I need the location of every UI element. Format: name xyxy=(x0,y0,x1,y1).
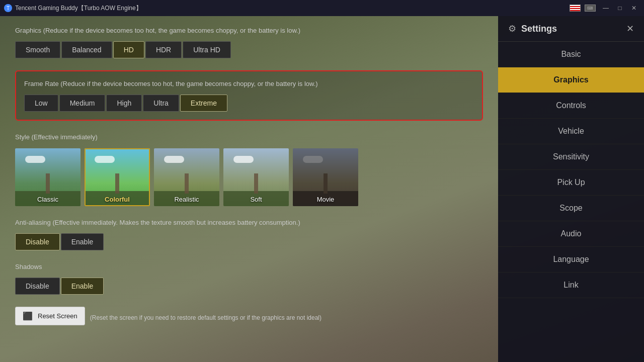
graphics-hdr-btn[interactable]: HDR xyxy=(145,41,182,58)
shadows-enable-btn[interactable]: Enable xyxy=(61,278,104,295)
tower-deco xyxy=(46,173,50,194)
framerate-high-btn[interactable]: High xyxy=(106,95,142,112)
framerate-extreme-btn[interactable]: Extreme xyxy=(180,95,227,112)
reset-icon: ⬛ xyxy=(23,311,33,321)
style-classic[interactable]: Classic xyxy=(15,148,80,206)
nav-audio[interactable]: Audio xyxy=(498,221,644,247)
style-classic-label: Classic xyxy=(15,196,80,203)
main-content: Graphics (Reduce if the device becomes t… xyxy=(0,16,498,362)
graphics-btn-group: Smooth Balanced HD HDR Ultra HD xyxy=(15,41,483,58)
settings-nav: Basic Graphics Controls Vehicle Sensitiv… xyxy=(498,42,644,362)
style-colorful-label: Colorful xyxy=(85,196,150,203)
style-movie[interactable]: Movie xyxy=(293,148,358,206)
graphics-quality-section: Graphics (Reduce if the device becomes t… xyxy=(15,26,483,58)
nav-link[interactable]: Link xyxy=(498,273,644,298)
shadows-label: Shadows xyxy=(15,262,483,272)
cloud-deco xyxy=(95,156,115,163)
antialiasing-enable-btn[interactable]: Enable xyxy=(61,233,104,250)
app-icon: T xyxy=(4,4,12,12)
cloud-deco xyxy=(164,156,184,163)
graphics-hd-btn[interactable]: HD xyxy=(113,41,144,58)
tower-deco xyxy=(115,173,119,194)
style-thumbnails: Classic Colorful Realistic xyxy=(15,148,483,206)
style-realistic[interactable]: Realistic xyxy=(154,148,219,206)
titlebar-left: T Tencent Gaming Buddy【Turbo AOW Engine】 xyxy=(4,4,142,13)
tower-deco xyxy=(254,173,258,194)
graphics-balanced-btn[interactable]: Balanced xyxy=(61,41,112,58)
nav-vehicle[interactable]: Vehicle xyxy=(498,119,644,144)
tower-deco xyxy=(185,173,189,194)
antialiasing-btn-group: Disable Enable xyxy=(15,233,483,250)
nav-scope[interactable]: Scope xyxy=(498,196,644,221)
minimize-button[interactable]: — xyxy=(600,3,612,13)
style-colorful[interactable]: Colorful xyxy=(85,148,150,206)
settings-header: ⚙ Settings ✕ xyxy=(498,16,644,42)
ground-deco xyxy=(85,191,150,206)
reset-screen-button[interactable]: ⬛ Reset Screen xyxy=(15,307,85,325)
cloud-deco xyxy=(233,156,254,163)
style-label: Style (Effective immediately) xyxy=(15,133,483,142)
antialiasing-section: Anti-aliasing (Effective immediately. Ma… xyxy=(15,218,483,250)
graphics-smooth-btn[interactable]: Smooth xyxy=(15,41,60,58)
style-section: Style (Effective immediately) Classic Co… xyxy=(15,133,483,206)
nav-basic[interactable]: Basic xyxy=(498,42,644,67)
framerate-section: Frame Rate (Reduce if the device becomes… xyxy=(15,70,483,121)
framerate-btn-group: Low Medium High Ultra Extreme xyxy=(24,95,474,112)
shadows-disable-btn[interactable]: Disable xyxy=(15,278,60,295)
style-soft-label: Soft xyxy=(223,196,289,203)
settings-title-row: ⚙ Settings xyxy=(508,23,557,34)
settings-panel: ⚙ Settings ✕ Basic Graphics Controls Veh… xyxy=(498,16,644,362)
keyboard-icon: ⌨ xyxy=(585,5,596,12)
style-soft[interactable]: Soft xyxy=(223,148,289,206)
reset-note: (Reset the screen if you need to restore… xyxy=(90,314,321,321)
window-controls: ⌨ — □ ✕ xyxy=(570,3,640,13)
graphics-ultrahd-btn[interactable]: Ultra HD xyxy=(183,41,231,58)
tower-deco xyxy=(324,173,328,194)
shadows-section: Shadows Disable Enable xyxy=(15,262,483,295)
nav-language[interactable]: Language xyxy=(498,247,644,273)
settings-close-button[interactable]: ✕ xyxy=(626,23,634,34)
titlebar: T Tencent Gaming Buddy【Turbo AOW Engine】… xyxy=(0,0,644,16)
reset-row: ⬛ Reset Screen (Reset the screen if you … xyxy=(15,307,483,329)
window-close-button[interactable]: ✕ xyxy=(628,3,640,13)
antialiasing-label: Anti-aliasing (Effective immediately. Ma… xyxy=(15,218,483,227)
framerate-medium-btn[interactable]: Medium xyxy=(59,95,106,112)
nav-sensitivity[interactable]: Sensitivity xyxy=(498,144,644,170)
cloud-deco xyxy=(25,156,45,163)
maximize-button[interactable]: □ xyxy=(614,3,626,13)
app-title: Tencent Gaming Buddy【Turbo AOW Engine】 xyxy=(15,4,142,13)
settings-title: Settings xyxy=(521,24,557,34)
cloud-deco xyxy=(303,156,323,163)
framerate-ultra-btn[interactable]: Ultra xyxy=(143,95,179,112)
graphics-label: Graphics (Reduce if the device becomes t… xyxy=(15,26,483,35)
flag-icon xyxy=(570,5,581,12)
framerate-label: Frame Rate (Reduce if the device becomes… xyxy=(24,79,474,88)
reset-label: Reset Screen xyxy=(38,312,77,320)
nav-controls[interactable]: Controls xyxy=(498,93,644,119)
shadows-btn-group: Disable Enable xyxy=(15,278,483,295)
nav-pickup[interactable]: Pick Up xyxy=(498,170,644,196)
gear-icon: ⚙ xyxy=(508,23,516,34)
style-realistic-label: Realistic xyxy=(154,196,219,203)
antialiasing-disable-btn[interactable]: Disable xyxy=(15,233,60,250)
style-movie-label: Movie xyxy=(293,196,358,203)
nav-graphics[interactable]: Graphics xyxy=(498,67,644,93)
framerate-low-btn[interactable]: Low xyxy=(24,95,58,112)
style-colorful-bg xyxy=(85,148,150,206)
